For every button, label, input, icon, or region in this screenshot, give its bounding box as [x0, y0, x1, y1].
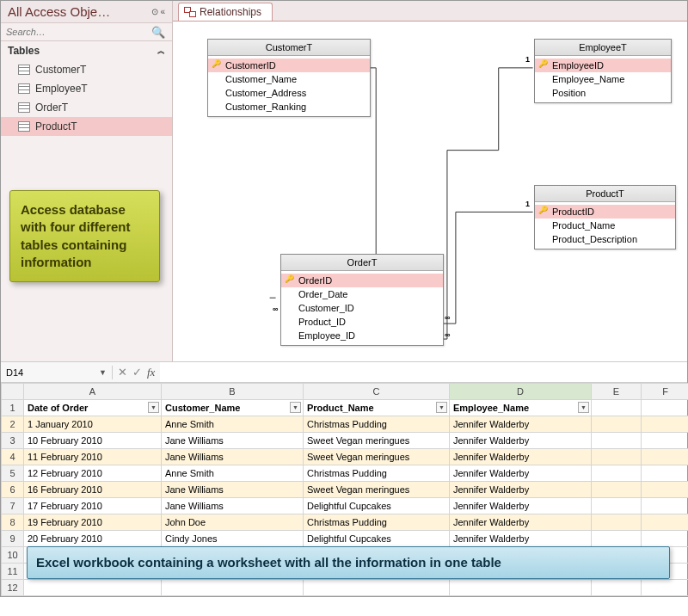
- row-header[interactable]: 4: [2, 449, 24, 465]
- cell[interactable]: 11 February 2010: [24, 449, 162, 465]
- table-field[interactable]: Order_Date: [281, 287, 443, 301]
- table-field[interactable]: Product_Name: [535, 219, 675, 232]
- filter-icon[interactable]: ▼: [148, 402, 159, 413]
- table-customer[interactable]: CustomerTCustomerIDCustomer_NameCustomer…: [207, 39, 371, 117]
- cell[interactable]: [162, 580, 304, 596]
- row-header[interactable]: 8: [2, 514, 24, 531]
- cell[interactable]: 1 January 2010: [24, 416, 162, 433]
- table-header-cell[interactable]: Date of Order▼: [24, 400, 162, 416]
- column-header[interactable]: C: [304, 384, 450, 400]
- filter-icon[interactable]: ▼: [290, 402, 301, 413]
- cell[interactable]: [642, 514, 689, 531]
- column-header[interactable]: F: [642, 384, 689, 400]
- table-field[interactable]: Product_ID: [281, 315, 443, 329]
- cell[interactable]: [592, 400, 642, 416]
- cell[interactable]: [642, 416, 689, 433]
- cell[interactable]: 10 February 2010: [24, 433, 162, 449]
- row-header[interactable]: 6: [2, 482, 24, 498]
- table-field[interactable]: Position: [535, 86, 671, 100]
- sidebar-item-ordert[interactable]: OrderT: [1, 98, 172, 117]
- cell[interactable]: [592, 482, 642, 498]
- table-field[interactable]: Customer_Ranking: [208, 100, 370, 114]
- navpane-group-tables[interactable]: Tables ︽: [1, 41, 172, 60]
- sidebar-item-employeet[interactable]: EmployeeT: [1, 79, 172, 98]
- cell[interactable]: Jennifer Walderby: [450, 465, 592, 482]
- fx-icon[interactable]: fx: [147, 366, 155, 379]
- row-header[interactable]: 5: [2, 465, 24, 482]
- row-header[interactable]: 1: [2, 400, 24, 416]
- table-order[interactable]: OrderTOrderIDOrder_DateCustomer_IDProduc…: [280, 254, 444, 346]
- column-header[interactable]: A: [24, 384, 162, 400]
- cell[interactable]: [592, 580, 642, 596]
- table-header-cell[interactable]: Product_Name▼: [304, 400, 450, 416]
- table-header-cell[interactable]: Employee_Name▼: [450, 400, 592, 416]
- search-input[interactable]: [4, 25, 148, 39]
- cell[interactable]: 19 February 2010: [24, 514, 162, 531]
- navpane-collapse-icon[interactable]: ⊙ «: [151, 7, 165, 16]
- cell[interactable]: [592, 433, 642, 449]
- cell[interactable]: Jennifer Walderby: [450, 482, 592, 498]
- cell[interactable]: Jennifer Walderby: [450, 416, 592, 433]
- enter-icon[interactable]: ✓: [132, 366, 142, 379]
- row-header[interactable]: 2: [2, 416, 24, 433]
- cell[interactable]: Sweet Vegan meringues: [304, 433, 450, 449]
- cell[interactable]: [592, 465, 642, 482]
- table-field[interactable]: Employee_Name: [535, 72, 671, 86]
- table-product[interactable]: ProductTProductIDProduct_NameProduct_Des…: [534, 185, 676, 249]
- table-field[interactable]: Employee_ID: [281, 329, 443, 342]
- cell[interactable]: [642, 433, 689, 449]
- cell[interactable]: [24, 580, 162, 596]
- column-header[interactable]: B: [162, 384, 304, 400]
- cell[interactable]: [642, 580, 689, 596]
- table-employee[interactable]: EmployeeTEmployeeIDEmployee_NamePosition: [534, 39, 672, 103]
- cell[interactable]: [592, 498, 642, 514]
- formula-input[interactable]: [160, 362, 687, 382]
- cell[interactable]: Cindy Jones: [162, 531, 304, 547]
- cell[interactable]: Anne Smith: [162, 416, 304, 433]
- cell[interactable]: [642, 449, 689, 465]
- search-icon[interactable]: 🔍: [148, 26, 169, 39]
- sidebar-item-customert[interactable]: CustomerT: [1, 60, 172, 79]
- cell[interactable]: John Doe: [162, 514, 304, 531]
- table-field[interactable]: EmployeeID: [535, 59, 671, 72]
- cell[interactable]: Christmas Pudding: [304, 465, 450, 482]
- row-header[interactable]: 10: [2, 547, 24, 564]
- row-header[interactable]: 3: [2, 433, 24, 449]
- cell[interactable]: Jane Williams: [162, 498, 304, 514]
- filter-icon[interactable]: ▼: [578, 402, 589, 413]
- cell[interactable]: [642, 482, 689, 498]
- table-field[interactable]: Customer_Address: [208, 86, 370, 100]
- row-header[interactable]: 12: [2, 580, 24, 596]
- cell[interactable]: Jane Williams: [162, 433, 304, 449]
- cell[interactable]: Jennifer Walderby: [450, 514, 592, 531]
- table-field[interactable]: OrderID: [281, 274, 443, 287]
- table-field[interactable]: Product_Description: [535, 232, 675, 246]
- cell[interactable]: Jennifer Walderby: [450, 531, 592, 547]
- column-header[interactable]: D: [450, 384, 592, 400]
- sidebar-item-productt[interactable]: ProductT: [1, 117, 172, 136]
- cell[interactable]: Jennifer Walderby: [450, 433, 592, 449]
- cell[interactable]: [592, 416, 642, 433]
- cell[interactable]: Jane Williams: [162, 482, 304, 498]
- cell[interactable]: [450, 580, 592, 596]
- column-header[interactable]: E: [592, 384, 642, 400]
- relationships-canvas[interactable]: 1 ∞ 1 ∞ 1 ∞ CustomerTCustomerIDCustomer_…: [173, 22, 687, 361]
- row-header[interactable]: 9: [2, 531, 24, 547]
- cell[interactable]: [642, 465, 689, 482]
- cell[interactable]: Sweet Vegan meringues: [304, 482, 450, 498]
- cell[interactable]: Delightful Cupcakes: [304, 498, 450, 514]
- cell[interactable]: Delightful Cupcakes: [304, 531, 450, 547]
- cell[interactable]: Sweet Vegan meringues: [304, 449, 450, 465]
- tab-relationships[interactable]: Relationships: [178, 3, 273, 21]
- row-header[interactable]: 11: [2, 564, 24, 580]
- cell[interactable]: Christmas Pudding: [304, 416, 450, 433]
- cell[interactable]: [642, 498, 689, 514]
- filter-icon[interactable]: ▼: [436, 402, 447, 413]
- cell[interactable]: [592, 449, 642, 465]
- cancel-icon[interactable]: ✕: [118, 366, 127, 379]
- cell[interactable]: Jennifer Walderby: [450, 449, 592, 465]
- select-all-cell[interactable]: [2, 384, 24, 400]
- cell[interactable]: [304, 580, 450, 596]
- table-field[interactable]: Customer_ID: [281, 301, 443, 315]
- table-field[interactable]: CustomerID: [208, 59, 370, 72]
